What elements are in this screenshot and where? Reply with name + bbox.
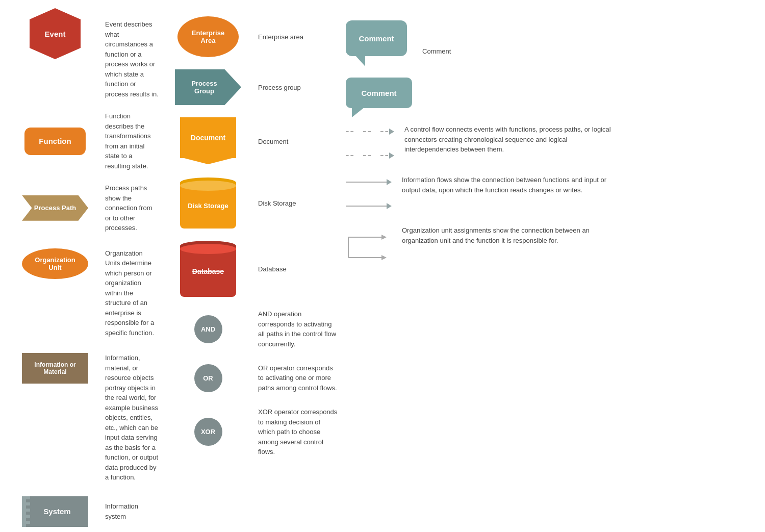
or-label: OR xyxy=(203,374,213,382)
process-path-item: Process Path Process paths show the conn… xyxy=(10,177,163,239)
or-shape: OR xyxy=(194,364,222,392)
info-flow-desc: Information flows show the connection be… xyxy=(402,175,618,195)
disk-storage-item: Disk Storage Disk Storage xyxy=(163,171,342,235)
dash-gap-2b xyxy=(372,155,379,156)
process-path-desc: Process paths show the connection from o… xyxy=(105,183,159,233)
spacer xyxy=(346,140,394,147)
process-path-shape-container: Process Path xyxy=(14,195,96,221)
comment1-desc-container: Comment xyxy=(422,46,451,67)
event-label: Event xyxy=(45,30,66,38)
enterprise-area-shape-container: EnterpriseArea xyxy=(167,16,249,57)
event-shape-container: Event xyxy=(14,19,96,48)
comment1-desc: Comment xyxy=(422,46,451,57)
database-label: Database xyxy=(192,267,224,275)
control-flow-desc: A control flow connects events with func… xyxy=(404,124,618,155)
dash-segment-1c xyxy=(380,131,388,132)
process-path-shape: Process Path xyxy=(22,195,88,221)
org-unit-label: OrganizationUnit xyxy=(35,256,75,271)
xor-shape: XOR xyxy=(194,418,222,446)
col3: Comment Comment Comment xyxy=(342,10,622,532)
info-material-label: Information orMaterial xyxy=(34,361,75,375)
info-material-item: Information orMaterial Information, mate… xyxy=(10,344,163,489)
or-desc: OR operator corresponds to activating on… xyxy=(258,363,338,393)
xor-item: XOR XOR operator corresponds to making d… xyxy=(163,401,342,463)
event-shape: Event xyxy=(30,19,81,48)
database-shape-container: Database xyxy=(167,241,249,297)
arrow-poly-bottom xyxy=(381,255,387,260)
system-shape-container: System xyxy=(14,496,96,527)
dashed-arrow-2 xyxy=(346,153,394,159)
disk-storage-shape-container: Disk Storage xyxy=(167,178,249,229)
dashed-arrow-head-1 xyxy=(389,129,394,135)
org-unit-item: OrganizationUnit Organization Units dete… xyxy=(10,239,163,344)
dash-gap-1 xyxy=(354,131,362,132)
system-shape: System xyxy=(22,496,88,527)
legend-grid: Event Event describes what circumstances… xyxy=(10,10,755,532)
database-desc: Database xyxy=(258,265,287,273)
col1: Event Event describes what circumstances… xyxy=(10,10,163,532)
process-path-label: Process Path xyxy=(34,204,76,212)
solid-arrow-2 xyxy=(346,203,392,209)
col2: EnterpriseArea Enterprise area ProcessGr… xyxy=(163,10,342,532)
event-desc: Event describes what circumstances a fun… xyxy=(105,19,159,99)
document-shape: Document xyxy=(180,117,236,158)
function-desc: Function describes the transformations f… xyxy=(105,111,159,171)
dash-gap-2 xyxy=(354,155,362,156)
info-material-desc: Information, material, or resource objec… xyxy=(105,353,159,483)
function-label: Function xyxy=(39,137,71,145)
process-group-shape-container: ProcessGroup xyxy=(167,69,249,105)
dash-segment-1a xyxy=(346,131,353,132)
solid-arrow-1 xyxy=(346,179,392,185)
process-group-shape: ProcessGroup xyxy=(175,69,241,105)
solid-arrow-head-1 xyxy=(387,179,392,185)
xor-desc: XOR operator corresponds to making decis… xyxy=(258,407,338,457)
info-material-shape-container: Information orMaterial xyxy=(14,353,96,384)
solid-line-2 xyxy=(346,206,387,207)
org-unit-desc: Organization Units determine which perso… xyxy=(105,248,159,338)
or-item: OR OR operator corresponds to activating… xyxy=(163,355,342,401)
comment2-label: Comment xyxy=(361,89,396,97)
comment1-shape: Comment xyxy=(346,20,407,56)
xor-label: XOR xyxy=(201,428,215,436)
enterprise-area-label: EnterpriseArea xyxy=(192,29,224,44)
comment1-label: Comment xyxy=(359,34,394,43)
info-material-shape: Information orMaterial xyxy=(22,353,88,384)
dash-gap-1b xyxy=(372,131,379,132)
org-connector-svg xyxy=(346,230,392,265)
enterprise-area-shape: EnterpriseArea xyxy=(177,16,239,57)
document-item: Document Document xyxy=(163,111,342,171)
document-desc: Document xyxy=(258,138,288,145)
dash-segment-2c xyxy=(380,155,388,156)
function-shape-container: Function xyxy=(14,128,96,155)
comment1-shape-container: Comment xyxy=(346,20,407,66)
org-connector-item: Organization unit assignments show the c… xyxy=(342,215,622,273)
solid-arrow-head-2 xyxy=(387,203,392,209)
dashed-arrow-1 xyxy=(346,129,394,135)
comment2-shape-container: Comment xyxy=(346,72,412,108)
function-item: Function Function describes the transfor… xyxy=(10,105,163,177)
database-item: Database Database xyxy=(163,235,342,303)
org-unit-shape: OrganizationUnit xyxy=(22,248,88,279)
and-desc: AND operation corresponds to activating … xyxy=(258,309,338,349)
comment1-item: Comment Comment xyxy=(342,10,622,66)
comment2-shape: Comment xyxy=(346,78,412,108)
solid-arrows-container xyxy=(346,175,392,209)
control-flow-item: A control flow connects events with func… xyxy=(342,114,622,165)
or-shape-container: OR xyxy=(167,364,249,392)
dash-segment-2b xyxy=(363,155,371,156)
disk-storage-desc: Disk Storage xyxy=(258,199,296,207)
function-shape: Function xyxy=(24,128,86,155)
disk-storage-label: Disk Storage xyxy=(188,202,228,210)
and-shape-container: AND xyxy=(167,315,249,343)
system-item: System Information system xyxy=(10,489,163,533)
process-group-label: ProcessGroup xyxy=(191,80,217,95)
xor-shape-container: XOR xyxy=(167,418,249,446)
solid-line-1 xyxy=(346,182,387,183)
database-shape: Database xyxy=(180,246,236,297)
enterprise-area-item: EnterpriseArea Enterprise area xyxy=(163,10,342,63)
enterprise-area-desc: Enterprise area xyxy=(258,33,303,41)
dashed-arrows-container xyxy=(346,124,394,159)
org-connector-shape-container xyxy=(346,225,392,267)
process-group-desc: Process group xyxy=(258,84,301,91)
and-shape: AND xyxy=(194,315,222,343)
